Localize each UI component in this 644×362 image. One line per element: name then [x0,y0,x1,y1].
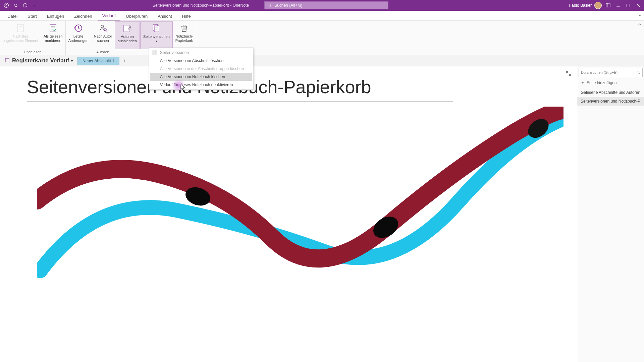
page-versions-button[interactable]: Seitenversionen▾ [140,21,173,49]
ribbon-expand-icon[interactable] [637,22,642,27]
svg-point-0 [4,3,9,8]
find-by-author-button[interactable]: Nach Autor suchen [91,21,115,49]
next-unread-button: Nächstes ungelesenes Element [0,21,41,49]
notebook-selector[interactable]: Registerkarte Verlauf ▾ [3,57,76,64]
hide-authors-button[interactable]: Autoren ausblenden [115,21,140,49]
ribbon-collapse-icon[interactable]: ⌄ [638,13,641,17]
tab-einfuegen[interactable]: Einfügen [42,12,69,20]
touch-mode-icon[interactable] [21,2,29,9]
tab-start[interactable]: Start [23,12,41,20]
tab-hilfe[interactable]: Hilfe [177,12,196,20]
qat-dropdown-icon[interactable] [31,2,38,9]
notebook-icon [4,58,10,64]
next-unread-icon [15,23,26,34]
disable-history[interactable]: Verlauf für dieses Notizbuch deaktiviere… [150,81,252,89]
group-autoren-label: Autoren [66,49,140,55]
page-canvas[interactable]: Seitenversionen und Notizbuch-Papierkorb [0,66,577,362]
add-page-button[interactable]: ＋ Seite hinzufügen [577,77,644,88]
chevron-down-icon: ▾ [71,59,73,63]
recycle-bin-button[interactable]: Notizbuch- Papierkorb [173,21,196,49]
window-title: Seitenversionen und Notizbuch-Papierkorb… [153,3,249,8]
trash-icon [179,23,190,34]
page-versions-dropdown: Seitenversionen Alle Versionen im Abschn… [149,48,253,90]
mark-read-button[interactable]: Als gelesen markieren [41,21,65,49]
group-ungelesen-label: Ungelesen [0,49,65,55]
notebook-name: Registerkarte Verlauf [12,57,69,64]
maximize-icon[interactable] [625,2,632,9]
clock-icon [73,23,84,34]
tab-verlauf[interactable]: Verlauf [98,11,120,20]
svg-rect-17 [5,58,9,63]
svg-point-3 [25,5,26,5]
delete-section-versions[interactable]: Alle Versionen im Abschnitt löschen [150,57,252,65]
search-icon [267,3,272,8]
recycle-bin-label: Notizbuch- Papierkorb [175,34,193,43]
recent-changes-button[interactable]: Letzte Änderungen [66,21,91,49]
avatar[interactable] [594,2,602,9]
fullscreen-icon[interactable] [566,70,572,76]
minimize-icon[interactable] [614,2,622,9]
svg-rect-6 [606,4,608,7]
back-icon[interactable] [3,2,10,9]
svg-rect-16 [154,26,159,32]
undo-icon[interactable] [12,2,19,9]
svg-rect-8 [17,24,23,32]
user-name[interactable]: Fabio Basler [569,3,592,8]
search-box[interactable] [264,1,388,9]
mark-read-icon [48,23,58,34]
author-search-icon [98,23,108,34]
close-icon[interactable] [635,2,642,9]
page-versions-label: Seitenversionen▾ [143,35,170,43]
svg-point-21 [637,71,639,73]
add-section-button[interactable]: + [121,57,129,65]
page-list-item-2[interactable]: Seitenversionen und Notizbuch-P [577,97,644,106]
delete-notebook-versions[interactable]: Alle Versionen im Notizbuch löschen [150,73,252,81]
page-versions-icon [151,23,162,34]
svg-point-2 [24,5,25,5]
window-layout-icon[interactable] [604,2,612,9]
find-by-author-label: Nach Autor suchen [94,34,112,43]
panel-search[interactable]: Durchsuchen (Strg+E) [579,68,643,77]
tab-ansicht[interactable]: Ansicht [153,12,177,20]
delete-group-versions: Alle Versionen in der Abschnittsgruppe l… [150,65,252,73]
next-unread-label: Nächstes ungelesenes Element [3,34,38,43]
svg-rect-7 [627,4,630,7]
mark-read-label: Als gelesen markieren [44,34,63,43]
drawing-waves [37,107,564,281]
page-list-item-1[interactable]: Gelesene Abschnitte und Autoren [577,88,644,97]
tab-ueberpruefen[interactable]: Überprüfen [121,12,152,20]
search-icon [636,70,640,74]
svg-point-4 [268,4,270,6]
svg-point-1 [23,4,27,7]
add-page-label: Seite hinzufügen [587,80,616,85]
search-input[interactable] [274,3,385,8]
panel-search-placeholder: Durchsuchen (Strg+E) [581,70,618,74]
svg-rect-13 [124,25,129,32]
hide-authors-icon [122,23,132,34]
plus-icon: ＋ [581,80,585,85]
tab-datei[interactable]: Datei [3,12,22,20]
dropdown-header: Seitenversionen [150,49,252,57]
svg-point-11 [101,25,104,28]
svg-rect-9 [50,24,56,32]
svg-rect-5 [606,4,610,7]
recent-changes-label: Letzte Änderungen [68,34,89,43]
hide-authors-label: Autoren ausblenden [118,35,137,43]
section-tab[interactable]: Neuer Abschnitt 1 [77,57,119,65]
tab-zeichnen[interactable]: Zeichnen [69,12,97,20]
